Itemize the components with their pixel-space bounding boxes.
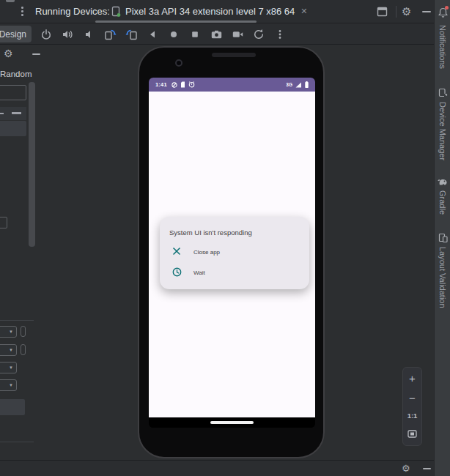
wait-label: Wait xyxy=(193,269,205,276)
clock-icon xyxy=(172,267,182,277)
close-app-option[interactable]: Close app xyxy=(160,245,309,261)
more-options-kebab-icon xyxy=(275,29,285,40)
panel-title: Running Devices: xyxy=(35,6,110,17)
screen-record-button[interactable] xyxy=(230,26,245,42)
left-panel-scrollbar[interactable] xyxy=(29,82,35,247)
sidebar-item-notifications[interactable]: Notifications xyxy=(435,7,450,69)
overview-button[interactable] xyxy=(188,26,202,42)
more-options-button[interactable] xyxy=(273,26,287,42)
anr-dialog: System UI isn't responding Close app xyxy=(160,217,309,289)
screenshot-button[interactable] xyxy=(209,26,224,42)
back-button[interactable] xyxy=(145,26,160,42)
zoom-controls: + − 1:1 xyxy=(402,367,422,446)
sidebar-item-layout-validation[interactable]: Layout Validation xyxy=(435,233,450,308)
zoom-in-button[interactable]: + xyxy=(409,373,416,384)
phone-device-icon xyxy=(111,6,121,17)
camera-icon xyxy=(210,29,223,40)
volume-down-icon xyxy=(83,29,95,40)
actual-size-button[interactable]: 1:1 xyxy=(407,412,418,420)
sidebar-label: Notifications xyxy=(438,25,447,69)
sdcard-icon xyxy=(180,81,185,88)
sidebar-label: Layout Validation xyxy=(438,247,447,308)
fit-to-window-icon xyxy=(407,430,417,438)
do-not-disturb-icon xyxy=(171,82,177,88)
close-tab-icon[interactable]: ✕ xyxy=(299,7,309,16)
chevron-down-icon: ▼ xyxy=(9,365,13,370)
status-time: 1:41 xyxy=(155,81,167,88)
wait-option[interactable]: Wait xyxy=(160,266,309,282)
device-tab[interactable]: Pixel 3a API 34 extension level 7 x86 64… xyxy=(111,2,309,21)
hide-panel-icon[interactable] xyxy=(422,11,431,12)
left-panel-dropdown[interactable]: ▼ xyxy=(0,362,17,373)
left-panel-divider xyxy=(0,442,34,442)
left-panel-dropdown[interactable]: ▼ xyxy=(0,344,17,356)
app-screen-content: System UI isn't responding Close app xyxy=(149,92,315,417)
header-divider xyxy=(396,6,396,18)
bottom-settings-gear-icon[interactable]: ⚙ xyxy=(402,464,410,473)
close-app-label: Close app xyxy=(193,249,220,256)
bottom-hide-icon[interactable] xyxy=(423,468,431,469)
chevron-down-icon: ▼ xyxy=(9,383,13,387)
left-panel-toggle[interactable] xyxy=(21,344,26,355)
android-status-bar: 1:41 3G xyxy=(149,78,315,92)
left-panel-item[interactable] xyxy=(0,121,26,136)
volume-up-button[interactable] xyxy=(60,26,75,42)
gesture-handle[interactable] xyxy=(210,421,254,424)
tab-scrollbar[interactable] xyxy=(95,21,257,23)
left-panel-toggle[interactable] xyxy=(21,326,26,337)
left-panel-row xyxy=(0,107,26,120)
reset-button[interactable] xyxy=(251,26,266,42)
reset-icon xyxy=(253,29,265,40)
panel-settings-gear-icon[interactable]: ⚙ xyxy=(402,6,411,17)
panel-options-kebab-icon[interactable] xyxy=(21,7,23,16)
scrollbar-remnant xyxy=(6,0,15,2)
power-button[interactable] xyxy=(39,26,54,42)
layout-validation-icon xyxy=(438,233,448,242)
fit-to-window-button[interactable] xyxy=(407,428,417,440)
video-camera-icon xyxy=(232,29,244,40)
right-tool-window-stripe: Notifications Device Manager Gradle xyxy=(434,0,450,476)
volume-up-icon xyxy=(62,29,73,40)
left-panel-hide-icon[interactable] xyxy=(32,53,40,55)
network-type-label: 3G xyxy=(286,82,292,87)
rotate-left-icon xyxy=(104,29,117,40)
pixel-3a-device-frame: 1:41 3G xyxy=(138,46,325,458)
volume-down-button[interactable] xyxy=(81,26,96,42)
left-panel-dropdown[interactable]: ▼ xyxy=(0,379,17,391)
float-window-icon[interactable] xyxy=(377,7,388,17)
device-manager-icon xyxy=(438,88,448,97)
design-tab[interactable]: Design xyxy=(0,26,32,42)
rotate-right-button[interactable] xyxy=(124,26,139,42)
alarm-clock-icon xyxy=(188,81,195,88)
device-toolbar: Design xyxy=(0,23,434,45)
close-x-icon xyxy=(172,247,181,256)
notification-badge xyxy=(445,6,449,10)
home-icon xyxy=(169,29,179,40)
anr-dialog-title: System UI isn't responding xyxy=(169,228,252,237)
back-icon xyxy=(147,29,158,40)
dash-icon xyxy=(12,112,21,114)
zoom-out-button[interactable]: − xyxy=(409,393,416,404)
gradle-elephant-icon xyxy=(438,177,448,186)
left-panel-gear-icon[interactable]: ⚙ xyxy=(4,48,13,59)
left-panel-button[interactable] xyxy=(0,399,25,415)
device-display-area: ⚙ Random ▼ ▼ ▼ ▼ 1:41 xyxy=(0,45,434,460)
rotate-right-icon xyxy=(125,29,138,40)
running-devices-header: Running Devices: Pixel 3a API 34 extensi… xyxy=(0,0,434,23)
power-icon xyxy=(40,29,52,40)
home-button[interactable] xyxy=(166,26,181,42)
left-panel-field[interactable] xyxy=(0,217,7,228)
battery-icon xyxy=(305,81,309,88)
device-screen[interactable]: 1:41 3G xyxy=(149,78,315,428)
sidebar-label: Gradle xyxy=(438,190,447,215)
sidebar-item-gradle[interactable]: Gradle xyxy=(435,177,450,215)
left-panel-field[interactable] xyxy=(0,85,26,100)
bottom-panel-header: ⚙ xyxy=(0,460,434,476)
left-panel-dropdown[interactable]: ▼ xyxy=(0,326,17,338)
front-camera xyxy=(175,59,182,67)
signal-strength-icon xyxy=(295,82,302,88)
earpiece-speaker xyxy=(212,53,256,57)
rotate-left-button[interactable] xyxy=(103,26,117,42)
sidebar-label: Device Manager xyxy=(438,102,447,160)
sidebar-item-device-manager[interactable]: Device Manager xyxy=(435,88,450,160)
